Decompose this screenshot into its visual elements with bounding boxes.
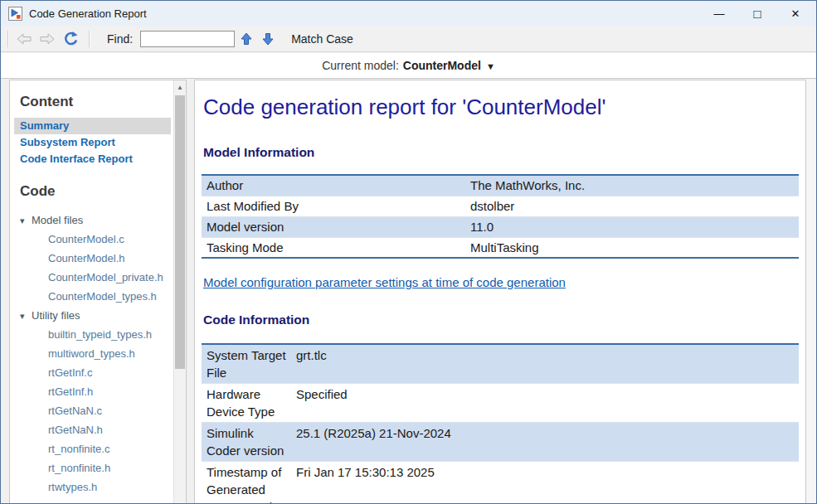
maximize-icon: □ [753,7,761,21]
minimize-button[interactable]: — [700,1,738,26]
tree-item-rtgetnan-h[interactable]: rtGetNaN.h [20,420,168,439]
forward-button[interactable] [36,28,59,50]
row-label: Hardware Device Type [202,384,291,423]
tree-expanded-icon: ▾ [20,211,32,230]
tree-item-rt-nonfinite-h[interactable]: rt_nonfinite.h [20,458,168,477]
find-next-button[interactable] [258,28,278,50]
refresh-icon [62,31,79,46]
refresh-button[interactable] [59,28,82,50]
model-information-table: Author The MathWorks, Inc. Last Modified… [202,174,799,259]
table-row: Model version 11.0 [202,216,799,237]
tree-group-model-files[interactable]: ▾Model files [20,211,168,230]
row-value: 11.0 [465,216,799,237]
report-panel: Code generation report for 'CounterModel… [194,80,806,504]
row-value: The MathWorks, Inc. [465,175,799,196]
tree-item-countermodel-c[interactable]: CounterModel.c [20,230,168,249]
code-information-table: System Target File grt.tlc Hardware Devi… [202,343,799,504]
row-label: Author [202,175,465,196]
row-value: Specified [291,384,799,423]
table-row: Author The MathWorks, Inc. [202,175,799,196]
triangle-up-icon: ▲ [177,84,183,91]
table-row: Last Modified By dstolber [202,196,799,216]
tree-group-label: Utility files [32,309,80,322]
window-title: Code Generation Report [29,7,147,20]
find-toolbar: Find: Match Case [1,26,816,52]
code-information-heading: Code Information [203,312,799,328]
code-heading: Code [20,183,168,200]
current-model-bar: Current model: CounterModel ▼ [1,53,816,79]
code-generation-report-window: Code Generation Report — □ ✕ Find: [0,0,817,504]
row-value: Fri Jan 17 15:30:13 2025 [291,462,799,504]
row-label: Tasking Mode [202,237,465,258]
row-label: Model version [202,216,465,237]
row-label: System Target File [202,344,291,384]
tree-group-label: Model files [32,214,83,226]
scroll-up-button[interactable]: ▲ [174,80,186,94]
table-row: Hardware Device Type Specified [202,384,799,423]
arrow-up-icon [240,32,253,46]
table-row: Timestamp of Generated Source Code Fri J… [202,462,799,504]
sidebar-link-code-interface-report[interactable]: Code Interface Report [14,151,171,167]
row-label: Last Modified By [202,196,465,216]
tree-item-rtgetinf-c[interactable]: rtGetInf.c [20,363,168,382]
back-button[interactable] [12,28,36,50]
page-title: Code generation report for 'CounterModel… [203,93,799,121]
tree-item-countermodel-private-h[interactable]: CounterModel_private.h [20,268,168,287]
toolbar-separator [89,31,90,47]
table-row: Simulink Coder version 25.1 (R2025a) 21-… [202,423,799,462]
row-value: grt.tlc [291,344,799,384]
row-label: Timestamp of Generated Source Code [202,462,291,504]
arrow-right-icon [40,33,55,45]
find-label: Find: [107,32,133,46]
model-configuration-link[interactable]: Model configuration parameter settings a… [203,275,566,289]
find-input[interactable] [140,31,235,47]
current-model-label: Current model: [322,59,399,72]
sidebar-scrollbar[interactable]: ▲ [173,80,186,504]
tree-item-rtgetinf-h[interactable]: rtGetInf.h [20,382,168,401]
arrow-down-icon [261,32,275,46]
maximize-button[interactable]: □ [738,1,776,26]
close-icon: ✕ [791,7,800,20]
scrollbar-thumb[interactable] [175,95,185,369]
row-value: 25.1 (R2025a) 21-Nov-2024 [291,423,799,462]
close-button[interactable]: ✕ [776,1,815,26]
table-row: System Target File grt.tlc [202,344,799,384]
window-controls: — □ ✕ [700,1,815,26]
match-case-toggle[interactable]: Match Case [291,32,353,46]
arrow-left-icon [17,33,32,45]
row-value: MultiTasking [465,237,799,258]
table-row: Tasking Mode MultiTasking [202,237,799,258]
tree-item-builtin-typeid-types-h[interactable]: builtin_typeid_types.h [20,325,168,344]
sidebar-link-subsystem-report[interactable]: Subsystem Report [14,134,171,151]
minimize-icon: — [714,7,725,20]
model-information-heading: Model Information [203,144,799,161]
row-value: dstolber [465,196,799,216]
find-previous-button[interactable] [236,28,256,50]
report-scrollbar-track[interactable] [806,80,817,504]
tree-item-countermodel-types-h[interactable]: CounterModel_types.h [20,287,168,306]
tree-item-multiword-types-h[interactable]: multiword_types.h [20,344,168,363]
simulink-report-icon [8,7,22,21]
row-label: Simulink Coder version [202,423,291,462]
tree-item-rtgetnan-c[interactable]: rtGetNaN.c [20,401,168,420]
content-heading: Content [20,94,168,110]
tree-item-rt-nonfinite-c[interactable]: rt_nonfinite.c [20,439,168,458]
chevron-down-icon[interactable]: ▼ [486,61,495,71]
tree-expanded-icon: ▾ [20,307,32,326]
code-file-tree: ▾Model files CounterModel.c CounterModel… [20,211,168,497]
current-model-dropdown[interactable]: CounterModel [403,59,481,72]
sidebar: Content Summary Subsystem Report Code In… [9,80,187,504]
sidebar-link-summary[interactable]: Summary [14,118,171,134]
tree-item-countermodel-h[interactable]: CounterModel.h [20,249,168,268]
tree-group-utility-files[interactable]: ▾Utility files [20,306,168,325]
title-bar: Code Generation Report — □ ✕ [1,1,816,26]
tree-item-rtwtypes-h[interactable]: rtwtypes.h [20,477,168,497]
toolbar-grip [7,31,9,47]
